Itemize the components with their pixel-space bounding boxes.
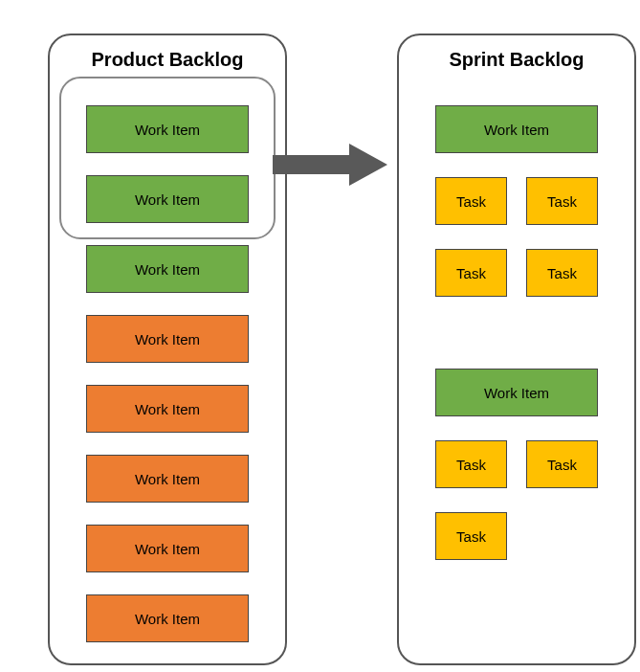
work-item: Work Item (86, 594, 249, 642)
work-item: Work Item (86, 175, 249, 223)
sprint-work-item: Work Item (435, 369, 598, 416)
diagram-canvas: Product Backlog Work Item Work Item Work… (19, 19, 640, 672)
work-item: Work Item (86, 245, 249, 293)
product-backlog-title: Product Backlog (50, 49, 285, 71)
work-item: Work Item (86, 315, 249, 363)
task-item: Task (526, 440, 598, 488)
task-item: Task (526, 249, 598, 297)
work-item: Work Item (86, 105, 249, 153)
task-item: Task (526, 177, 598, 225)
task-item: Task (435, 512, 507, 560)
task-item: Task (435, 440, 507, 488)
work-item: Work Item (86, 455, 249, 503)
sprint-work-item: Work Item (435, 105, 598, 153)
svg-marker-0 (273, 144, 387, 186)
work-item: Work Item (86, 525, 249, 572)
sprint-backlog-title: Sprint Backlog (399, 49, 634, 71)
arrow-icon (273, 144, 387, 186)
task-item: Task (435, 249, 507, 297)
work-item: Work Item (86, 385, 249, 433)
task-item: Task (435, 177, 507, 225)
